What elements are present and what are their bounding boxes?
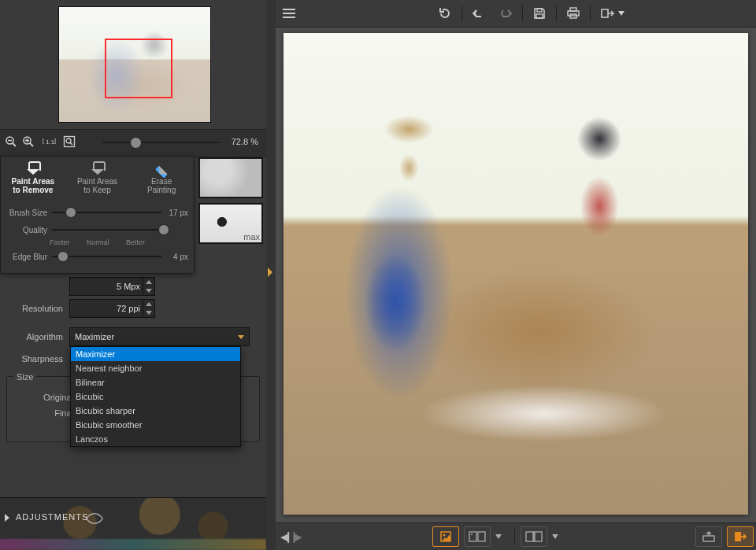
- menu-button[interactable]: [276, 0, 302, 27]
- redo-button[interactable]: [492, 0, 519, 27]
- navigator-thumbnail[interactable]: [58, 6, 211, 123]
- eraser-icon: [152, 163, 171, 174]
- brush-keep-icon: [88, 163, 107, 174]
- export-menu-caret[interactable]: [616, 0, 627, 27]
- left-footer-strip: [0, 539, 266, 550]
- algorithm-option[interactable]: Bicubic sharper: [71, 404, 240, 418]
- svg-text:[: [: [43, 138, 44, 144]
- megapixel-value: 5 Mpx: [117, 282, 140, 291]
- svg-rect-27: [526, 532, 533, 541]
- zoom-in-icon[interactable]: [22, 135, 38, 151]
- tool-erase-label: Erase Painting: [129, 177, 194, 194]
- adjustments-title: ADJUSTMENTS: [16, 512, 88, 522]
- algorithm-option[interactable]: Bicubic: [71, 389, 240, 404]
- image-preview[interactable]: [284, 33, 748, 515]
- svg-text:1:1: 1:1: [46, 138, 55, 146]
- algorithm-option[interactable]: Nearest neighbor: [71, 361, 240, 375]
- zoom-slider-track[interactable]: [102, 142, 220, 143]
- algorithm-dropdown[interactable]: Maximizer: [69, 327, 250, 346]
- algorithm-label: Algorithm: [0, 332, 69, 341]
- algorithm-selected: Maximizer: [75, 332, 114, 341]
- view-split-caret[interactable]: [545, 526, 565, 547]
- svg-line-12: [70, 142, 72, 145]
- quality-tick-better: Better: [126, 238, 145, 246]
- upload-button[interactable]: [695, 526, 722, 547]
- preview-toolbar: [276, 0, 756, 28]
- svg-rect-31: [735, 532, 741, 541]
- zoom-out-icon[interactable]: [5, 135, 20, 151]
- tool-paint-remove-label: Paint Areas to Remove: [1, 177, 65, 194]
- zoom-actual-icon[interactable]: [1:1]: [43, 135, 58, 151]
- quality-label: Quality: [6, 226, 52, 234]
- brush-size-value: 17 px: [161, 209, 188, 217]
- algorithm-option[interactable]: Lanczos: [71, 432, 240, 446]
- brush-remove-icon: [24, 163, 43, 174]
- tool-paint-keep-label: Paint Areas to Keep: [65, 177, 130, 194]
- save-button[interactable]: [526, 0, 553, 27]
- view-dual-caret[interactable]: [488, 526, 509, 547]
- navigator-viewport-rect[interactable]: [105, 39, 172, 98]
- resolution-label: Resolution: [0, 304, 69, 313]
- view-split-button[interactable]: [521, 526, 547, 547]
- megapixel-spinner[interactable]: [143, 278, 154, 295]
- zoom-toolbar: [1:1] 72.8 %: [0, 129, 266, 157]
- svg-rect-25: [478, 532, 485, 541]
- svg-rect-28: [535, 532, 542, 541]
- algorithm-dropdown-list[interactable]: MaximizerNearest neighborBilinearBicubic…: [70, 346, 241, 447]
- edge-blur-slider[interactable]: [52, 256, 161, 257]
- zoom-slider-knob[interactable]: [130, 137, 142, 149]
- svg-rect-24: [469, 532, 476, 541]
- size-group-title: Size: [13, 372, 36, 382]
- adjustments-header[interactable]: ADJUSTMENTS: [0, 497, 266, 539]
- quality-tick-normal: Normal: [87, 238, 109, 246]
- panel-splitter[interactable]: [266, 0, 276, 550]
- view-single-button[interactable]: [432, 526, 459, 547]
- algorithm-option[interactable]: Bicubic smoother: [71, 418, 240, 432]
- brush-size-label: Brush Size: [6, 209, 52, 217]
- preview-panel: ◀|| ||▶: [276, 0, 756, 550]
- sample-thumb-strip: [198, 157, 265, 244]
- quality-tick-faster: Faster: [50, 238, 70, 246]
- svg-rect-30: [703, 536, 714, 541]
- svg-point-23: [443, 534, 445, 537]
- svg-rect-19: [568, 11, 579, 16]
- tool-paint-keep[interactable]: Paint Areas to Keep: [65, 163, 130, 194]
- left-panel: [1:1] 72.8 % Paint Areas to Remove Paint…: [0, 0, 266, 550]
- next-image-icon[interactable]: ||▶: [292, 530, 299, 543]
- edge-blur-value: 4 px: [161, 253, 188, 261]
- apply-button[interactable]: [727, 526, 754, 547]
- tool-paint-remove[interactable]: Paint Areas to Remove: [1, 163, 65, 194]
- zoom-fit-icon[interactable]: [63, 135, 79, 151]
- svg-line-4: [30, 143, 33, 146]
- quality-slider[interactable]: [52, 229, 161, 231]
- tool-erase[interactable]: Erase Painting: [129, 163, 194, 194]
- revert-button[interactable]: [432, 0, 458, 27]
- sample-thumb-hand[interactable]: [198, 157, 263, 198]
- resolution-field[interactable]: 72 ppi: [69, 299, 155, 318]
- print-button[interactable]: [560, 0, 587, 27]
- expand-right-icon: [5, 514, 9, 522]
- zoom-percent: 72.8 %: [232, 137, 258, 146]
- splitter-grip-icon: [268, 268, 272, 277]
- sharpness-label: Sharpness: [0, 354, 69, 364]
- resolution-spinner[interactable]: [143, 300, 154, 317]
- prev-image-icon[interactable]: ◀||: [280, 530, 287, 543]
- megapixel-field[interactable]: 5 Mpx: [69, 277, 155, 296]
- svg-line-1: [13, 143, 16, 146]
- edge-blur-label: Edge Blur: [6, 253, 52, 261]
- preview-bottom-toolbar: ◀|| ||▶: [276, 522, 756, 550]
- algorithm-option[interactable]: Maximizer: [71, 347, 240, 361]
- resolution-value: 72 ppi: [117, 304, 140, 313]
- sample-thumb-max[interactable]: [198, 203, 263, 244]
- svg-rect-16: [537, 9, 542, 12]
- undo-button[interactable]: [465, 0, 492, 27]
- svg-point-26: [471, 533, 472, 535]
- svg-text:]: ]: [54, 138, 56, 144]
- svg-rect-21: [602, 9, 608, 17]
- view-dual-button[interactable]: [464, 526, 491, 547]
- brush-size-slider[interactable]: [52, 212, 161, 213]
- svg-rect-10: [65, 137, 75, 147]
- algorithm-option[interactable]: Bilinear: [71, 375, 240, 389]
- painting-tools-panel: Paint Areas to Remove Paint Areas to Kee…: [0, 156, 195, 274]
